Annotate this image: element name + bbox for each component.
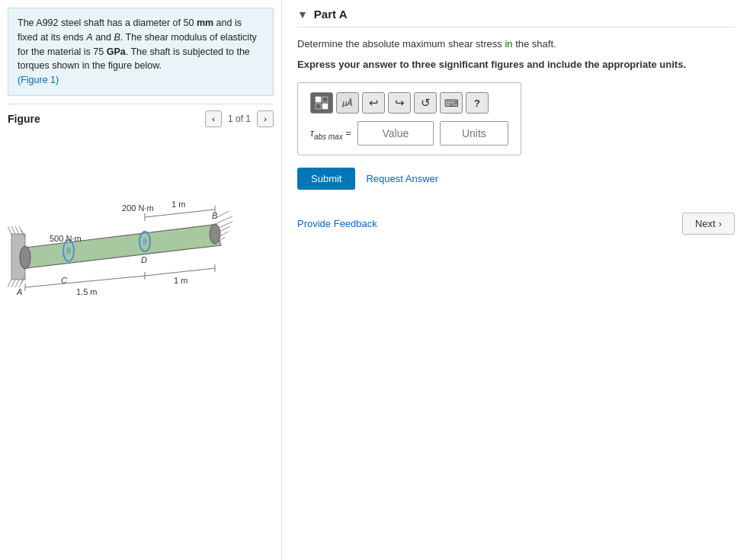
svg-line-24 bbox=[25, 276, 145, 287]
svg-line-7 bbox=[11, 280, 15, 287]
figure-canvas: 200 N·m 500 N·m A C D B 1 m 1.5 m 1 m bbox=[8, 135, 274, 333]
request-answer-button[interactable]: Request Answer bbox=[366, 173, 438, 184]
figure-next-button[interactable]: › bbox=[257, 110, 274, 127]
svg-text:200 N·m: 200 N·m bbox=[122, 203, 154, 213]
svg-line-29 bbox=[145, 210, 215, 217]
svg-text:C: C bbox=[61, 276, 67, 285]
svg-text:1.5 m: 1.5 m bbox=[76, 287, 98, 296]
figure-header: Figure ‹ 1 of 1 › bbox=[8, 110, 274, 127]
svg-rect-44 bbox=[322, 104, 328, 109]
action-row: Submit Request Answer bbox=[297, 168, 735, 190]
svg-text:A: A bbox=[16, 287, 22, 296]
svg-point-16 bbox=[143, 238, 147, 245]
part-header: ▼ Part A bbox=[297, 8, 735, 27]
figure-reference[interactable]: (Figure 1) bbox=[18, 75, 59, 85]
svg-point-14 bbox=[66, 247, 71, 254]
svg-text:D: D bbox=[141, 255, 147, 264]
figure-svg: 200 N·m 500 N·m A C D B 1 m 1.5 m 1 m bbox=[8, 135, 282, 325]
svg-text:1 m: 1 m bbox=[171, 200, 185, 209]
next-button[interactable]: Next › bbox=[682, 213, 735, 235]
value-input[interactable] bbox=[357, 121, 434, 146]
svg-line-1 bbox=[8, 226, 11, 234]
svg-line-3 bbox=[15, 226, 19, 234]
next-icon: › bbox=[719, 218, 722, 229]
svg-line-6 bbox=[8, 280, 11, 287]
format-button[interactable] bbox=[310, 92, 333, 114]
question-text: Determine the absolute maximum shear str… bbox=[297, 37, 735, 53]
help-button[interactable]: ? bbox=[466, 92, 489, 114]
figure-section: Figure ‹ 1 of 1 › bbox=[8, 104, 274, 552]
mu-button[interactable]: μÅ bbox=[336, 92, 359, 114]
figure-page-info: 1 of 1 bbox=[225, 114, 254, 124]
svg-rect-42 bbox=[322, 97, 328, 102]
units-input[interactable] bbox=[440, 121, 508, 146]
right-panel: ▼ Part A Determine the absolute maximum … bbox=[282, 0, 750, 560]
part-title: Part A bbox=[314, 8, 348, 21]
problem-text: The A992 steel shaft has a diameter of 5… bbox=[8, 8, 274, 96]
svg-text:B: B bbox=[212, 211, 217, 220]
svg-marker-11 bbox=[25, 225, 221, 268]
figure-nav: ‹ 1 of 1 › bbox=[205, 110, 274, 127]
figure-title: Figure bbox=[8, 113, 40, 125]
svg-point-12 bbox=[20, 246, 30, 269]
svg-line-25 bbox=[145, 268, 215, 276]
part-collapse-arrow[interactable]: ▼ bbox=[297, 8, 308, 21]
submit-button[interactable]: Submit bbox=[297, 168, 355, 190]
answer-box: μÅ ↩ ↪ ↺ ⌨ ? τabs max = bbox=[297, 82, 521, 155]
svg-text:500 N·m: 500 N·m bbox=[50, 234, 82, 243]
bottom-row: Provide Feedback Next › bbox=[297, 213, 735, 235]
answer-row: τabs max = bbox=[310, 121, 508, 146]
redo-button[interactable]: ↪ bbox=[388, 92, 411, 114]
svg-rect-41 bbox=[316, 97, 321, 102]
left-panel: The A992 steel shaft has a diameter of 5… bbox=[0, 0, 282, 560]
provide-feedback-button[interactable]: Provide Feedback bbox=[297, 218, 377, 229]
figure-prev-button[interactable]: ‹ bbox=[205, 110, 222, 127]
problem-description: The A992 steel shaft has a diameter of 5… bbox=[18, 18, 257, 71]
refresh-button[interactable]: ↺ bbox=[414, 92, 437, 114]
undo-button[interactable]: ↩ bbox=[362, 92, 385, 114]
next-label: Next bbox=[695, 218, 716, 229]
answer-toolbar: μÅ ↩ ↪ ↺ ⌨ ? bbox=[310, 92, 508, 114]
answer-label: τabs max = bbox=[310, 127, 351, 141]
svg-rect-43 bbox=[316, 104, 321, 109]
svg-line-8 bbox=[15, 280, 19, 287]
svg-text:1 m: 1 m bbox=[174, 276, 188, 285]
svg-line-2 bbox=[11, 226, 15, 234]
express-text: Express your answer to three significant… bbox=[297, 57, 735, 72]
keyboard-button[interactable]: ⌨ bbox=[440, 92, 463, 114]
